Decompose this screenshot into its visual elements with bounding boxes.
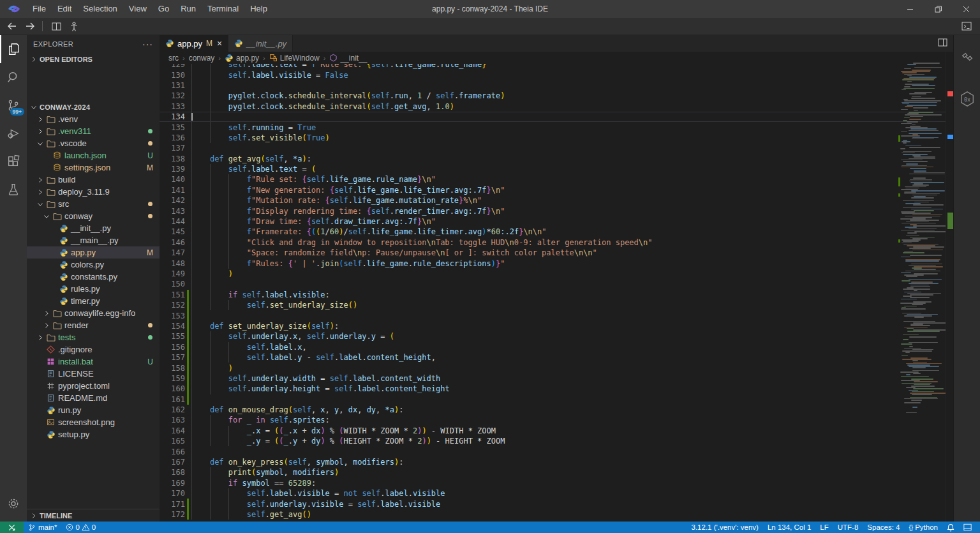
code-line-155[interactable]: 155 self.underlay.x, self.underlay.y = ( [160, 331, 954, 342]
code-line-159[interactable]: 159 self.underlay.width = self.label.con… [160, 373, 954, 384]
code-line-133[interactable]: 133 pyglet.clock.schedule_interval(self.… [160, 101, 954, 112]
tree-item-pyproject-toml[interactable]: pyproject.toml [27, 380, 160, 392]
chevron-right-icon[interactable] [36, 188, 45, 196]
tree-item-run-py[interactable]: run.py [27, 404, 160, 416]
layout-toggle-icon[interactable] [959, 522, 976, 533]
terminal-icon[interactable] [958, 19, 975, 34]
tree-item-build[interactable]: build [27, 174, 160, 186]
code-line-165[interactable]: 165 _.y = ((_.y + dy) % (HEIGHT * ZOOM *… [160, 436, 954, 446]
eol-status[interactable]: LF [815, 522, 833, 533]
tree-item-readme-md[interactable]: README.md [27, 392, 160, 404]
open-editors-section[interactable]: OPEN EDITORS [27, 52, 160, 66]
code-line-130[interactable]: 130 self.label.visible = False [160, 70, 954, 80]
code-line-169[interactable]: 169 if symbol == 65289: [160, 478, 954, 488]
menu-help[interactable]: Help [244, 0, 273, 18]
tree-item--init-py[interactable]: __init__.py [27, 222, 160, 234]
tree-item--venv[interactable]: .venv [27, 113, 160, 125]
code-line-150[interactable]: 150 [160, 279, 954, 289]
breadcrumb-item-lifewindow[interactable]: LifeWindow [269, 54, 320, 63]
code-line-167[interactable]: 167 def on_key_press(self, symbol, modif… [160, 457, 954, 467]
problems-status[interactable]: 0 0 [61, 522, 100, 533]
code-line-135[interactable]: 135 self.running = True [160, 122, 954, 132]
code-line-145[interactable]: 145 f"Framerate: {((1/60)/self.life_game… [160, 227, 954, 237]
tree-item-render[interactable]: render [27, 319, 160, 331]
tree-item-rules-py[interactable]: rules.py [27, 283, 160, 295]
code-line-147[interactable]: 147 "Space: randomize field\np: Pause/un… [160, 248, 954, 258]
source-control-icon[interactable]: 99+ [0, 91, 27, 119]
accessibility-icon[interactable] [66, 19, 82, 34]
tree-item-conway-2024[interactable]: CONWAY-2024 [27, 101, 160, 113]
code-line-148[interactable]: 148 f"Rules: {' | '.join(self.life_game.… [160, 258, 954, 268]
timeline-section[interactable]: TIMELINE [27, 509, 160, 522]
code-line-170[interactable]: 170 self.label.visible = not self.label.… [160, 488, 954, 499]
tree-item--main-py[interactable]: __main__.py [27, 234, 160, 246]
code-line-146[interactable]: 146 "Click and drag in window to reposit… [160, 237, 954, 248]
close-button[interactable] [952, 0, 980, 18]
minimize-button[interactable] [896, 0, 924, 18]
restore-button[interactable] [924, 0, 952, 18]
tree-item--vscode[interactable]: .vscode [27, 137, 160, 149]
chevron-down-icon[interactable] [29, 103, 38, 111]
code-line-163[interactable]: 163 for _ in self.sprites: [160, 415, 954, 425]
code-line-158[interactable]: 158 ) [160, 363, 954, 373]
menu-selection[interactable]: Selection [77, 0, 122, 18]
tree-item-colors-py[interactable]: colors.py [27, 259, 160, 271]
code-line-141[interactable]: 141 f"New generation: {self.life_game.li… [160, 185, 954, 195]
chevron-right-icon[interactable] [36, 116, 45, 123]
chevron-right-icon[interactable] [42, 310, 51, 317]
breadcrumb-item-app-py[interactable]: app.py [225, 54, 259, 63]
menu-terminal[interactable]: Terminal [202, 0, 244, 18]
code-line-152[interactable]: 152 self.set_underlay_size() [160, 300, 954, 310]
tree-item-src[interactable]: src [27, 198, 160, 210]
tree-item-timer-py[interactable]: timer.py [27, 295, 160, 307]
remote-indicator[interactable] [0, 522, 24, 533]
menu-edit[interactable]: Edit [52, 0, 77, 18]
tree-item-conway[interactable]: conway [27, 210, 160, 222]
chevron-right-icon[interactable] [36, 334, 45, 342]
run-debug-icon[interactable] [0, 119, 27, 147]
tree-item-conwaylife-egg-info[interactable]: conwaylife.egg-info [27, 307, 160, 319]
code-line-161[interactable]: 161 [160, 394, 954, 405]
git-branch-status[interactable]: main* [24, 522, 61, 533]
chevron-down-icon[interactable] [36, 200, 45, 208]
code-line-134[interactable]: 134 [160, 112, 954, 122]
tree-item--gitignore[interactable]: .gitignore [27, 343, 160, 356]
layout-columns-icon[interactable] [48, 19, 64, 34]
tree-item-install-bat[interactable]: install.batU [27, 356, 160, 368]
code-line-149[interactable]: 149 ) [160, 269, 954, 279]
indentation-status[interactable]: Spaces: 4 [863, 522, 904, 533]
code-line-153[interactable]: 153 [160, 310, 954, 320]
code-line-137[interactable]: 137 [160, 143, 954, 153]
code-line-144[interactable]: 144 f"Draw time: {self.draw_timer.avg:.7… [160, 216, 954, 227]
code-line-140[interactable]: 140 f"Rule set: {self.life_game.rule_nam… [160, 174, 954, 184]
notifications-bell-icon[interactable] [942, 522, 959, 533]
tree-item-deploy-3-11-9[interactable]: deploy_3.11.9 [27, 186, 160, 198]
code-line-171[interactable]: 171 self.underlay.visible = self.label.v… [160, 499, 954, 509]
code-line-129[interactable]: 129 self.label.text = f"Rule set: {self.… [160, 64, 954, 70]
tree-item-screenshot-png[interactable]: screenshot.png [27, 416, 160, 428]
encoding-status[interactable]: UTF-8 [833, 522, 863, 533]
back-button[interactable] [4, 19, 20, 34]
python-version-status[interactable]: 3.12.1 ('.venv': venv) [687, 522, 763, 533]
chevron-right-icon[interactable] [36, 128, 45, 135]
code-line-168[interactable]: 168 print(symbol, modifiers) [160, 467, 954, 477]
code-line-131[interactable]: 131 [160, 80, 954, 91]
tree-item-setup-py[interactable]: setup.py [27, 428, 160, 440]
chevron-down-icon[interactable] [42, 213, 51, 220]
menu-run[interactable]: Run [175, 0, 202, 18]
code-line-154[interactable]: 154 def set_underlay_size(self): [160, 321, 954, 331]
code-editor[interactable]: 129 self.label.text = f"Rule set: {self.… [160, 64, 954, 522]
language-mode-status[interactable]: { }Python [905, 522, 943, 533]
code-line-160[interactable]: 160 self.underlay.height = self.label.co… [160, 384, 954, 394]
tree-item-constants-py[interactable]: constants.py [27, 271, 160, 283]
breadcrumb-item--init-[interactable]: __init__ [329, 54, 367, 63]
explorer-icon[interactable] [0, 35, 27, 63]
settings-gear-icon[interactable] [0, 490, 27, 518]
code-line-166[interactable]: 166 [160, 446, 954, 456]
chevron-right-icon[interactable] [42, 322, 51, 329]
breadcrumb-item-src[interactable]: src [168, 54, 179, 63]
tree-item-settings-json[interactable]: settings.jsonM [27, 161, 160, 174]
code-line-138[interactable]: 138 def get_avg(self, *a): [160, 154, 954, 164]
code-line-136[interactable]: 136 self.set_visible(True) [160, 133, 954, 143]
forward-button[interactable] [22, 19, 38, 34]
